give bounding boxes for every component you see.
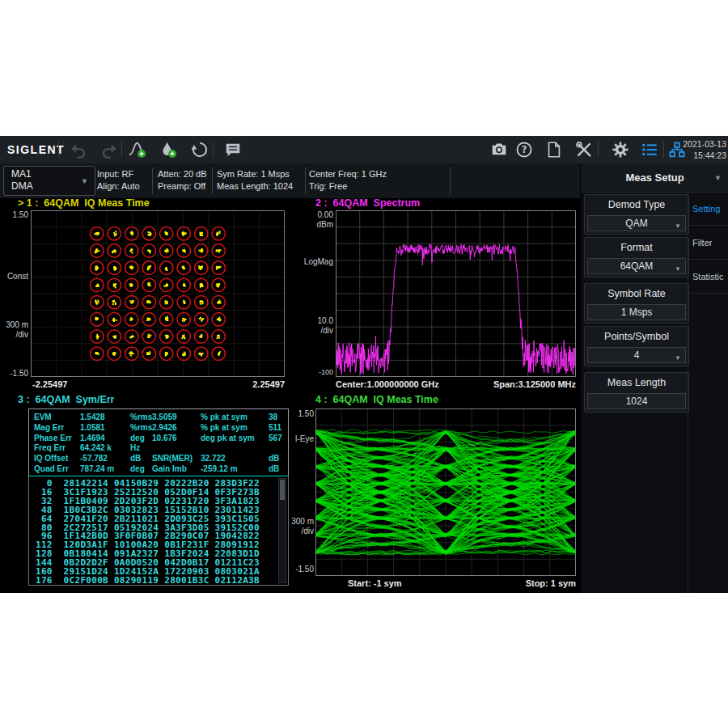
symerr-cell: IQ Offset bbox=[34, 454, 80, 463]
menu-list-icon[interactable] bbox=[641, 141, 658, 159]
status-divider bbox=[212, 167, 213, 194]
w1-ytop-label: 1.50 bbox=[0, 210, 28, 219]
datetime-display: 2021-03-13 15:44:23 bbox=[668, 138, 726, 161]
tools-icon[interactable] bbox=[575, 141, 593, 159]
chevron-down-icon: ▼ bbox=[675, 219, 681, 234]
w1-axis-label: Const bbox=[0, 272, 28, 281]
control-meas-length[interactable]: Meas Length1024 bbox=[584, 372, 689, 413]
symerr-cell: deg pk at sym bbox=[201, 434, 269, 442]
symerr-cell: EVM bbox=[34, 413, 80, 421]
w2-span-label: Span:3.125000 MHz bbox=[414, 379, 576, 389]
control-value[interactable]: 4▼ bbox=[587, 347, 686, 363]
status-divider bbox=[305, 167, 306, 194]
eye-diagram-plot[interactable] bbox=[315, 408, 576, 576]
symerr-cell: dB bbox=[130, 454, 152, 463]
control-label: Meas Length bbox=[585, 373, 688, 391]
symerr-cell: 38 bbox=[269, 413, 286, 421]
symerr-cell: 1.0581 bbox=[80, 423, 130, 432]
meas-setup-header[interactable]: Meas Setup ▼ bbox=[581, 163, 728, 193]
control-label: Points/Symbol bbox=[585, 327, 688, 345]
symerr-cell: SNR(MER) bbox=[152, 454, 201, 463]
remark-icon[interactable] bbox=[224, 141, 242, 159]
symerr-row: Freq Err64.242 kHz bbox=[34, 443, 286, 452]
tab-statistic[interactable]: Statistic bbox=[688, 260, 728, 294]
symerr-row: EVM1.5428%rms3.5059% pk at sym38 bbox=[34, 413, 286, 421]
w4-perdiv-label: 300 m bbox=[285, 517, 314, 526]
limit-add-icon[interactable] bbox=[159, 141, 177, 159]
control-format[interactable]: Format64QAM▼ bbox=[584, 237, 689, 277]
symerr-cell: %rms bbox=[130, 413, 152, 421]
symerr-cell: 64.242 k bbox=[80, 443, 130, 452]
symerr-row: Mag Err1.0581%rms2.9426% pk at sym511 bbox=[34, 423, 286, 432]
sidebar-tab-column: SettingFilterStatistic bbox=[688, 192, 728, 593]
toolbar-separator bbox=[598, 142, 599, 158]
date-label: 2021-03-13 bbox=[668, 138, 726, 150]
w1-select-marker: > bbox=[18, 197, 27, 209]
mode-selector[interactable]: MA1 DMA ▼ bbox=[3, 166, 95, 196]
symerr-cell: Phase Err bbox=[34, 434, 80, 442]
status-line: Preamp: Off bbox=[158, 180, 207, 193]
undo-icon[interactable] bbox=[70, 141, 87, 159]
toolbar: SIGLENT ? 2021-03-13 15:44:23 bbox=[0, 136, 728, 163]
control-label: Format bbox=[585, 238, 688, 256]
control-symbol-rate[interactable]: Symbol Rate1 Msps bbox=[584, 283, 689, 324]
svg-text:?: ? bbox=[522, 144, 527, 155]
control-demod-type[interactable]: Demod TypeQAM▼ bbox=[584, 194, 689, 235]
scrollbar-thumb[interactable] bbox=[280, 480, 285, 500]
settings-icon[interactable] bbox=[612, 141, 629, 159]
control-points-symbol[interactable]: Points/Symbol4▼ bbox=[584, 326, 689, 366]
screenshot-icon[interactable] bbox=[490, 141, 508, 159]
status-bar: MA1 DMA ▼ Input: RFAlign: AutoAtten: 20 … bbox=[0, 163, 580, 198]
sidebar-meas-setup: Meas Setup ▼ Demod TypeQAM▼Format64QAM▼S… bbox=[580, 163, 728, 593]
status-group: Sym Rate: 1 MspsMeas Length: 1024 bbox=[217, 168, 293, 193]
control-value[interactable]: 64QAM▼ bbox=[587, 258, 686, 274]
meas-setup-title: Meas Setup bbox=[581, 163, 728, 192]
w2-perdiv-label: 10.0 bbox=[288, 316, 333, 325]
status-line: Input: RF bbox=[97, 168, 140, 180]
w1-xmax-label: 2.25497 bbox=[204, 379, 285, 389]
symerr-cell: 567 bbox=[269, 434, 286, 442]
symerr-cell: deg bbox=[130, 434, 152, 442]
symerr-cell bbox=[269, 443, 286, 452]
symerr-cell: Mag Err bbox=[34, 423, 80, 432]
status-divider bbox=[450, 167, 451, 194]
control-label: Symbol Rate bbox=[585, 284, 688, 302]
status-line: Sym Rate: 1 Msps bbox=[217, 168, 293, 180]
constellation-plot[interactable] bbox=[31, 210, 285, 377]
status-group: Atten: 20 dBPreamp: Off bbox=[158, 168, 207, 193]
symerr-cell bbox=[152, 443, 201, 452]
tab-setting[interactable]: Setting bbox=[688, 192, 728, 226]
w1-perdiv-label: 300 m bbox=[0, 320, 28, 329]
status-line: Center Freq: 1 GHz bbox=[309, 168, 387, 180]
status-line: Atten: 20 dB bbox=[158, 168, 207, 180]
w1-ybot-label: -1.50 bbox=[0, 369, 28, 378]
w4-perdiv-unit: /div bbox=[285, 527, 314, 535]
symerr-cell: 3.5059 bbox=[152, 413, 201, 421]
w4-title: 4 : 64QAM IQ Meas Time bbox=[315, 394, 438, 405]
status-line: Align: Auto bbox=[97, 180, 140, 193]
siglent-logo: SIGLENT bbox=[7, 136, 65, 163]
w1-xmin-label: -2.25497 bbox=[32, 379, 67, 389]
tab-filter[interactable]: Filter bbox=[688, 226, 728, 260]
symerr-cell: Gain Imb bbox=[152, 464, 201, 473]
symerr-cell: 511 bbox=[269, 423, 286, 432]
mode-line1: MA1 bbox=[11, 168, 32, 180]
symerr-cell: Quad Err bbox=[34, 464, 80, 473]
symerr-cell: 10.676 bbox=[152, 434, 201, 442]
w4-ytop-label: 1.50 bbox=[285, 409, 314, 418]
preset-recall-icon[interactable] bbox=[191, 141, 209, 159]
control-value[interactable]: 1024 bbox=[587, 393, 686, 409]
peak-search-add-icon[interactable] bbox=[129, 141, 146, 159]
help-icon[interactable]: ? bbox=[515, 141, 533, 159]
control-value[interactable]: QAM▼ bbox=[587, 215, 686, 231]
status-line: Trig: Free bbox=[309, 180, 387, 193]
w2-ybot-label: -100 bbox=[288, 368, 333, 376]
redo-icon[interactable] bbox=[100, 141, 118, 159]
status-divider bbox=[152, 167, 153, 194]
analyzer-screen: SIGLENT ? 2021-03-13 15:44:23 MA1 DMA ▼ … bbox=[0, 136, 728, 593]
file-icon[interactable] bbox=[545, 141, 563, 159]
w2-title: 2 : 64QAM Spectrum bbox=[315, 197, 420, 209]
control-value[interactable]: 1 Msps bbox=[587, 304, 686, 320]
w2-perdiv-unit: /div bbox=[288, 326, 333, 335]
spectrum-plot[interactable] bbox=[336, 210, 576, 377]
